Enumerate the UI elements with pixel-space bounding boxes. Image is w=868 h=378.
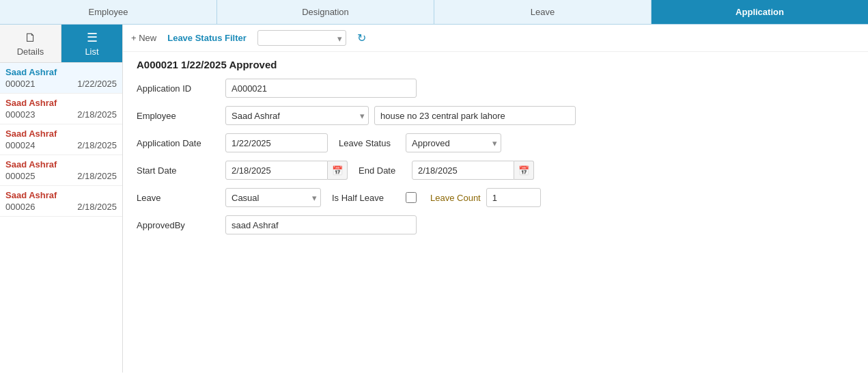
item-name: Saad Ashraf — [5, 159, 117, 170]
start-date-group: 📅 — [225, 161, 348, 180]
approved-by-input[interactable] — [225, 215, 417, 234]
new-button[interactable]: + New — [131, 33, 156, 43]
application-id-input[interactable] — [225, 79, 417, 98]
address-input[interactable] — [374, 106, 576, 125]
application-id-label: Application ID — [137, 83, 225, 94]
filter-label: Leave Status Filter — [167, 33, 247, 43]
item-meta: 000026 2/18/2025 — [5, 202, 117, 212]
refresh-button[interactable]: ↻ — [357, 31, 366, 44]
is-half-leave-checkbox[interactable] — [406, 192, 417, 203]
tab-details[interactable]: 🗋 Details — [0, 25, 61, 62]
start-date-calendar-button[interactable]: 📅 — [328, 161, 348, 180]
approved-by-row: ApprovedBy — [137, 215, 854, 234]
list-item[interactable]: Saad Ashraf 000023 2/18/2025 — [0, 94, 122, 124]
item-meta: 000024 2/18/2025 — [5, 140, 117, 150]
item-name: Saad Ashraf — [5, 129, 117, 139]
is-half-leave-label: Is Half Leave — [332, 193, 400, 203]
item-meta: 000025 2/18/2025 — [5, 171, 117, 181]
content-area: + New Leave Status Filter Approved Pendi… — [123, 25, 868, 373]
employee-select-container: Saad Ashraf — [225, 106, 369, 125]
item-name: Saad Ashraf — [5, 98, 117, 108]
approved-by-label: ApprovedBy — [137, 220, 225, 230]
nav-leave[interactable]: Leave — [434, 0, 652, 24]
list-icon: ☰ — [87, 30, 98, 45]
nav-designation[interactable]: Designation — [217, 0, 434, 24]
leave-status-filter-wrapper: Approved Pending Rejected — [257, 30, 346, 46]
leave-select-container: Casual Annual Sick — [225, 188, 321, 207]
end-date-group: End Date 📅 — [359, 161, 534, 180]
leave-label: Leave — [137, 193, 225, 203]
application-date-input[interactable] — [225, 133, 328, 152]
top-nav: Employee Designation Leave Application — [0, 0, 868, 25]
item-name: Saad Ashraf — [5, 190, 117, 200]
item-meta: 000021 1/22/2025 — [5, 79, 117, 89]
sidebar-tabs: 🗋 Details ☰ List — [0, 25, 122, 63]
form-body: Application ID Employee Saad Ashraf Appl… — [123, 76, 868, 256]
application-date-label: Application Date — [137, 138, 225, 148]
leave-select[interactable]: Casual Annual Sick — [225, 188, 321, 207]
nav-application[interactable]: Application — [652, 0, 868, 24]
dates-row: Start Date 📅 End Date 📅 — [137, 161, 854, 180]
start-date-label: Start Date — [137, 165, 225, 176]
leave-status-group: Leave Status Approved Pending Rejected — [339, 133, 501, 152]
form-header: A000021 1/22/2025 Approved — [123, 52, 868, 76]
employee-select[interactable]: Saad Ashraf — [225, 106, 369, 125]
list-item[interactable]: Saad Ashraf 000026 2/18/2025 — [0, 186, 122, 217]
toolbar: + New Leave Status Filter Approved Pendi… — [123, 25, 868, 52]
end-date-input[interactable] — [412, 161, 514, 180]
leave-status-label: Leave Status — [339, 138, 400, 148]
half-leave-group: Is Half Leave Leave Count — [332, 188, 541, 207]
leave-status-select[interactable]: Approved Pending Rejected — [406, 133, 501, 152]
employee-row: Employee Saad Ashraf — [137, 106, 854, 125]
item-meta: 000023 2/18/2025 — [5, 109, 117, 120]
list-item[interactable]: Saad Ashraf 000025 2/18/2025 — [0, 155, 122, 186]
list-item[interactable]: Saad Ashraf 000024 2/18/2025 — [0, 124, 122, 155]
start-date-input[interactable] — [225, 161, 328, 180]
application-id-row: Application ID — [137, 79, 854, 98]
leave-status-filter-select[interactable]: Approved Pending Rejected — [257, 30, 346, 46]
leave-status-select-container: Approved Pending Rejected — [406, 133, 501, 152]
employee-label: Employee — [137, 111, 225, 121]
end-date-input-group: 📅 — [412, 161, 534, 180]
nav-employee[interactable]: Employee — [0, 0, 217, 24]
sidebar: 🗋 Details ☰ List Saad Ashraf 000021 1/22… — [0, 25, 123, 373]
leave-count-label: Leave Count — [430, 193, 481, 203]
item-name: Saad Ashraf — [5, 67, 117, 77]
end-date-calendar-button[interactable]: 📅 — [514, 161, 534, 180]
leave-row: Leave Casual Annual Sick Is Half Leave L… — [137, 188, 854, 207]
application-date-row: Application Date Leave Status Approved P… — [137, 133, 854, 152]
end-date-label: End Date — [359, 165, 406, 176]
details-icon: 🗋 — [25, 31, 37, 45]
leave-count-input[interactable] — [486, 188, 541, 207]
sidebar-list: Saad Ashraf 000021 1/22/2025 Saad Ashraf… — [0, 63, 122, 373]
tab-list[interactable]: ☰ List — [61, 25, 122, 62]
list-item[interactable]: Saad Ashraf 000021 1/22/2025 — [0, 63, 122, 94]
main-layout: 🗋 Details ☰ List Saad Ashraf 000021 1/22… — [0, 25, 868, 373]
